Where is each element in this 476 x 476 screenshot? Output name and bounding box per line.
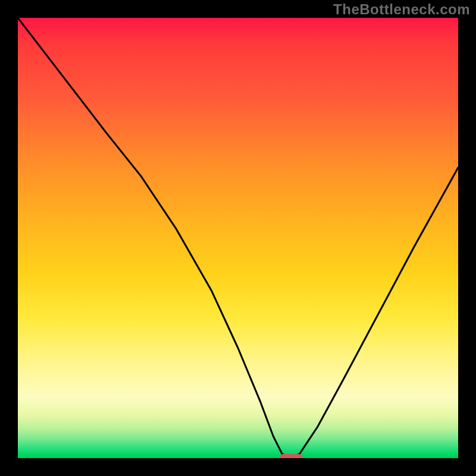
curve-path [18,18,458,458]
bottleneck-curve [18,18,458,458]
plot-area [18,18,458,458]
chart-frame: TheBottleneck.com [0,0,476,476]
optimum-marker [279,454,303,458]
watermark-text: TheBottleneck.com [333,1,470,18]
